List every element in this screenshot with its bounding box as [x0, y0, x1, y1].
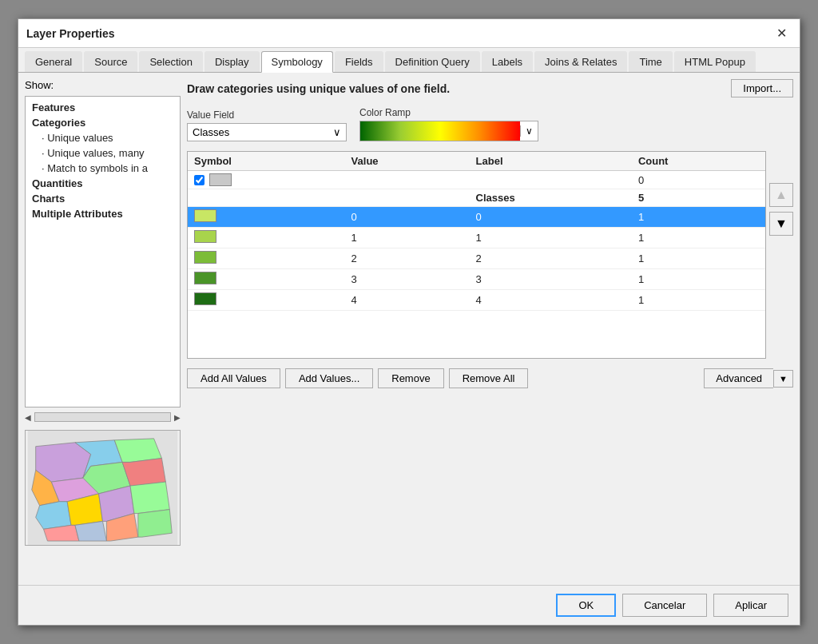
layer-properties-window: Layer Properties ✕ GeneralSourceSelectio… — [18, 18, 800, 626]
show-list[interactable]: FeaturesCategories· Unique values· Uniqu… — [25, 96, 181, 407]
col-symbol: Symbol — [188, 152, 345, 171]
table-row[interactable]: Classes 5 — [188, 189, 765, 207]
show-list-item[interactable]: Categories — [29, 115, 177, 130]
value-field-selected: Classes — [193, 126, 229, 138]
label-cell: 3 — [470, 269, 632, 290]
color-ramp-gradient — [360, 121, 520, 141]
color-ramp-arrow-icon: ∨ — [520, 125, 538, 137]
tab-display[interactable]: Display — [204, 51, 260, 72]
value-field-arrow-icon: ∨ — [333, 126, 341, 138]
label-cell — [470, 171, 632, 189]
table-area: Symbol Value Label Count — [187, 151, 793, 359]
content-area: Show: FeaturesCategories· Unique values·… — [18, 73, 800, 585]
table-row[interactable]: 3 3 1 — [188, 269, 765, 290]
tab-definition-query[interactable]: Definition Query — [385, 51, 480, 72]
count-cell: 0 — [632, 171, 765, 189]
scroll-left-icon[interactable]: ◀ — [25, 413, 31, 422]
svg-marker-11 — [130, 482, 169, 513]
value-cell: 2 — [345, 248, 470, 269]
tab-general[interactable]: General — [25, 51, 82, 72]
label-cell: 4 — [470, 290, 632, 311]
main-panel: Draw categories using unique values of o… — [187, 79, 793, 578]
close-button[interactable]: ✕ — [772, 24, 792, 42]
apply-button[interactable]: Aplicar — [713, 594, 788, 617]
remove-all-button[interactable]: Remove All — [449, 368, 529, 388]
table-row[interactable]: 2 2 1 — [188, 248, 765, 269]
show-list-item[interactable]: · Match to symbols in a — [29, 161, 177, 176]
move-up-button[interactable]: ▲ — [769, 183, 793, 207]
tab-fields[interactable]: Fields — [335, 51, 383, 72]
count-cell: 1 — [632, 228, 765, 248]
tab-joins-relates[interactable]: Joins & Relates — [534, 51, 627, 72]
color-swatch — [194, 292, 216, 305]
titlebar: Layer Properties ✕ — [18, 19, 800, 48]
color-swatch — [194, 272, 216, 284]
table-row[interactable]: 0 — [188, 171, 765, 189]
symbol-cell — [188, 171, 345, 189]
row-controls: ▲ ▼ — [769, 183, 793, 359]
table-row[interactable]: 1 1 1 — [188, 228, 765, 248]
footer: OK Cancelar Aplicar — [18, 585, 800, 625]
scrollbar-row: ◀ ▶ — [25, 412, 181, 422]
tabs-bar: GeneralSourceSelectionDisplaySymbologyFi… — [18, 48, 800, 73]
advanced-button[interactable]: Advanced — [704, 368, 773, 388]
cancel-button[interactable]: Cancelar — [622, 594, 707, 617]
symbol-cell — [188, 207, 345, 228]
svg-marker-8 — [36, 502, 71, 530]
label-cell: 1 — [470, 228, 632, 248]
tab-time[interactable]: Time — [629, 51, 672, 72]
value-cell — [345, 171, 470, 189]
table-row[interactable]: 4 4 1 — [188, 290, 765, 311]
show-list-item[interactable]: Quantities — [29, 176, 177, 191]
label-cell: 0 — [470, 207, 632, 228]
symbol-cell — [188, 189, 345, 207]
move-down-button[interactable]: ▼ — [769, 212, 793, 236]
show-list-item[interactable]: · Unique values, many — [29, 145, 177, 161]
col-value: Value — [345, 152, 470, 171]
table-row[interactable]: 0 0 1 — [188, 207, 765, 228]
tab-source[interactable]: Source — [84, 51, 137, 72]
symbol-cell — [188, 269, 345, 290]
advanced-dropdown-arrow-icon[interactable]: ▼ — [773, 370, 793, 388]
import-button[interactable]: Import... — [731, 79, 793, 97]
symbol-cell — [188, 248, 345, 269]
row-checkbox[interactable] — [194, 175, 204, 185]
label-cell: Classes — [470, 189, 632, 207]
remove-button[interactable]: Remove — [378, 368, 443, 388]
col-count: Count — [632, 152, 765, 171]
symbol-cell — [188, 290, 345, 311]
color-ramp-label: Color Ramp — [359, 107, 538, 118]
ok-button[interactable]: OK — [556, 594, 616, 617]
count-cell: 5 — [632, 189, 765, 207]
show-list-item[interactable]: Features — [29, 100, 177, 115]
value-field-label: Value Field — [187, 109, 347, 121]
values-table[interactable]: Symbol Value Label Count — [187, 151, 766, 359]
show-label: Show: — [25, 79, 181, 91]
count-cell: 1 — [632, 248, 765, 269]
svg-marker-3 — [114, 439, 161, 463]
tab-html-popup[interactable]: HTML Popup — [674, 51, 756, 72]
col-label: Label — [470, 152, 632, 171]
bottom-buttons: Add All Values Add Values... Remove Remo… — [187, 368, 793, 388]
show-list-item[interactable]: Multiple Attributes — [29, 206, 177, 221]
tab-selection[interactable]: Selection — [139, 51, 202, 72]
draw-title: Draw categories using unique values of o… — [187, 82, 450, 95]
value-field-select[interactable]: Classes ∨ — [187, 123, 347, 141]
value-cell: 1 — [345, 228, 470, 248]
add-all-values-button[interactable]: Add All Values — [187, 368, 280, 388]
svg-marker-15 — [138, 510, 172, 538]
show-list-item[interactable]: · Unique values — [29, 130, 177, 145]
svg-marker-13 — [75, 521, 106, 541]
color-ramp-select[interactable]: ∨ — [359, 121, 538, 141]
advanced-button-group: Advanced ▼ — [704, 368, 793, 388]
color-swatch — [194, 251, 216, 264]
scroll-track[interactable] — [34, 412, 171, 422]
window-title: Layer Properties — [26, 27, 115, 40]
scroll-right-icon[interactable]: ▶ — [174, 413, 181, 422]
fields-row: Value Field Classes ∨ Color Ramp ∨ — [187, 107, 793, 141]
tab-labels[interactable]: Labels — [482, 51, 533, 72]
add-values-button[interactable]: Add Values... — [285, 368, 373, 388]
show-list-item[interactable]: Charts — [29, 191, 177, 206]
count-cell: 1 — [632, 207, 765, 228]
tab-symbology[interactable]: Symbology — [261, 51, 333, 73]
